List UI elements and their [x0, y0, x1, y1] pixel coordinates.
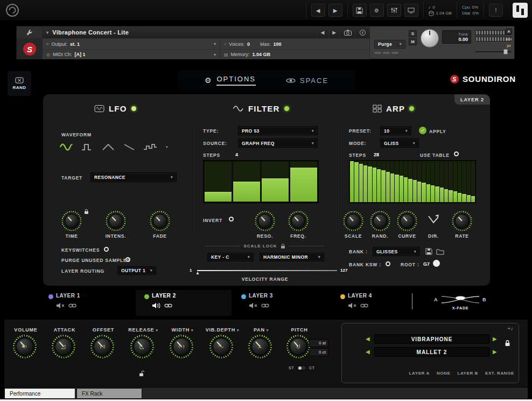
pitch-knob[interactable]: [288, 336, 309, 357]
layer-2-speaker-icon[interactable]: [152, 302, 161, 309]
back-button[interactable]: ◀: [311, 4, 325, 17]
save-button[interactable]: [353, 4, 367, 17]
waveform-square-button[interactable]: [80, 142, 94, 153]
arp-step-table[interactable]: [349, 160, 476, 203]
purge-dropdown[interactable]: Purge▾: [374, 40, 405, 49]
lfo-fade-knob[interactable]: [151, 212, 169, 230]
waveform-saw-button[interactable]: [122, 142, 136, 153]
lfo-status-dot[interactable]: [131, 106, 136, 111]
attack-knob[interactable]: [53, 336, 74, 357]
apply-button[interactable]: ✓: [419, 127, 426, 134]
root-note-button[interactable]: [433, 260, 440, 267]
bank-ksw-toggle[interactable]: [386, 261, 390, 266]
filter-frequency-knob[interactable]: [289, 212, 307, 230]
arp-direction-icon[interactable]: [426, 214, 440, 226]
filter-step-table[interactable]: [203, 160, 319, 203]
tab-options[interactable]: ⚙ OPTIONS: [205, 75, 256, 86]
layer-a-value[interactable]: NONE: [437, 371, 451, 376]
articulation-lock-icon[interactable]: [505, 340, 510, 347]
layer-routing-dropdown[interactable]: OUTPUT 1▾: [117, 266, 156, 275]
browse-button[interactable]: [17, 26, 43, 39]
close-button[interactable]: ✕: [506, 29, 512, 34]
filter-status-dot[interactable]: [284, 106, 289, 111]
purge-unused-toggle[interactable]: [125, 257, 130, 262]
preset-dropdown[interactable]: 10▾: [380, 126, 411, 135]
velocity-slider[interactable]: [197, 270, 337, 271]
mute-button[interactable]: M: [409, 38, 417, 45]
arp-random-knob[interactable]: [371, 212, 389, 230]
waveform-more-caret-icon[interactable]: ▾: [166, 145, 168, 149]
use-table-toggle[interactable]: [454, 151, 459, 156]
layer-4-link-icon[interactable]: [360, 303, 368, 308]
articulation-selector[interactable]: VIBRAPHONE: [374, 334, 489, 344]
snapshot-button[interactable]: [340, 26, 355, 38]
filter-type-dropdown[interactable]: PRO 53▾: [238, 126, 318, 135]
arp-scale-knob[interactable]: [344, 212, 362, 230]
layer-b-value[interactable]: EXT. RANGE: [485, 371, 514, 376]
tab-space[interactable]: SPACE: [286, 77, 328, 85]
articulation-prev-icon[interactable]: ◀: [366, 336, 370, 342]
arp-curve-knob[interactable]: [398, 212, 416, 230]
layer-1-mute-icon[interactable]: [56, 302, 65, 309]
tab-performance[interactable]: Performance: [4, 388, 75, 399]
width-caret-icon[interactable]: ▾: [191, 328, 193, 332]
layer-3-link-icon[interactable]: [261, 303, 269, 308]
release-knob[interactable]: [131, 336, 153, 357]
kontakt-logo-icon[interactable]: [5, 3, 19, 19]
bank-folder-icon[interactable]: [436, 248, 444, 255]
invert-toggle[interactable]: [229, 217, 234, 222]
pitch-semitone-box[interactable]: 0 st: [309, 339, 328, 347]
release-caret-icon[interactable]: ▾: [156, 328, 158, 332]
warning-button[interactable]: !: [489, 4, 503, 17]
volume-knob[interactable]: [14, 336, 36, 357]
layer-4-mute-icon[interactable]: [348, 302, 357, 309]
filter-source-dropdown[interactable]: GRAPH FREQ▾: [238, 139, 318, 148]
xfade-curve[interactable]: [440, 294, 480, 305]
info-button[interactable]: i: [355, 26, 369, 38]
target-dropdown[interactable]: RESONANCE▾: [90, 172, 177, 182]
mallet-prev-icon[interactable]: ◀: [366, 349, 370, 355]
width-knob[interactable]: [171, 336, 192, 357]
midi-select[interactable]: ◎ MIDI Ch: [A] 1 ▾: [43, 50, 220, 59]
keyswitches-toggle[interactable]: [104, 247, 109, 252]
layer-2-link-icon[interactable]: [164, 303, 172, 308]
filter-resonance-knob[interactable]: [256, 212, 274, 230]
mallet-selector[interactable]: MALLET 2: [374, 347, 489, 357]
offset-knob[interactable]: [92, 336, 113, 357]
layer-3-mute-icon[interactable]: [249, 302, 258, 309]
layer-4-tab[interactable]: LAYER 4: [348, 293, 372, 299]
arp-status-dot[interactable]: [409, 106, 414, 111]
vibdepth-knob[interactable]: [211, 336, 232, 357]
pan-slider[interactable]: [475, 49, 511, 54]
collapse-icon[interactable]: ▾: [43, 30, 52, 35]
lfo-time-knob[interactable]: [62, 212, 81, 230]
next-instrument-button[interactable]: ▶: [328, 26, 340, 38]
aux-button[interactable]: aux: [506, 37, 512, 41]
rand-button[interactable]: RAND: [8, 71, 31, 96]
pan-knob[interactable]: [249, 336, 271, 357]
articulation-next-icon[interactable]: ▶: [493, 336, 497, 342]
waveform-sine-button[interactable]: [59, 142, 73, 153]
midi-learn-icon[interactable]: +♪: [507, 326, 513, 331]
pan-caret-icon[interactable]: ▾: [267, 328, 269, 332]
scale-dropdown[interactable]: HARMONIC MINOR▾: [260, 253, 324, 261]
waveform-triangle-button[interactable]: [101, 142, 115, 153]
release-unlock-icon[interactable]: [139, 370, 144, 377]
pv-button[interactable]: pv: [507, 44, 510, 47]
arp-rate-knob[interactable]: [453, 212, 471, 230]
layer-1-tab[interactable]: LAYER 1: [56, 293, 80, 299]
lfo-intensity-knob[interactable]: [107, 212, 125, 230]
view-button[interactable]: [404, 4, 418, 17]
layer-2-tab[interactable]: LAYER 2: [152, 293, 176, 299]
waveform-random-button[interactable]: [143, 142, 157, 153]
prev-instrument-button[interactable]: ◀: [317, 26, 328, 38]
mode-dropdown[interactable]: GLISS▾: [380, 139, 419, 148]
velocity-handle-icon[interactable]: ▲: [195, 271, 200, 275]
options-button[interactable]: ⚙: [370, 4, 384, 17]
forward-button[interactable]: ▶: [328, 4, 342, 17]
tune-knob[interactable]: [421, 29, 439, 47]
key-dropdown[interactable]: KEY - C▾: [207, 253, 254, 261]
scale-lock-icon[interactable]: [281, 243, 285, 249]
layer-3-tab[interactable]: LAYER 3: [249, 293, 273, 299]
mallet-next-icon[interactable]: ▶: [493, 349, 497, 355]
